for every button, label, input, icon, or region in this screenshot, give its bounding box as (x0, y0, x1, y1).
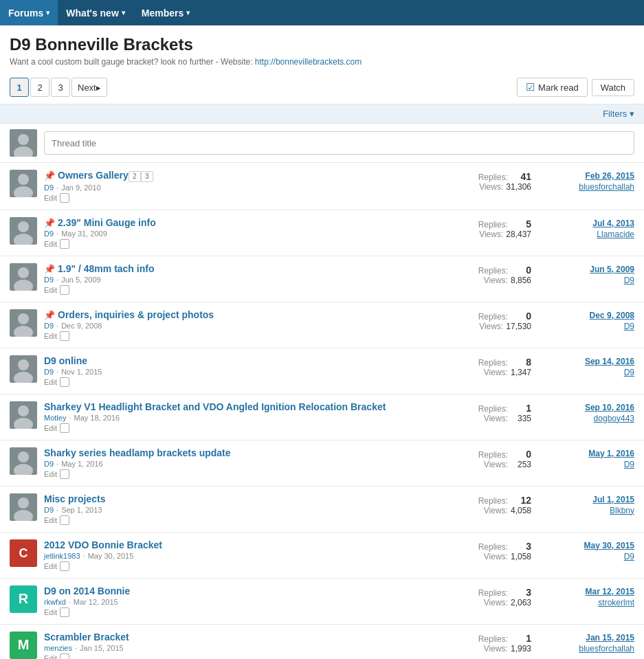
thread-author[interactable]: D9 (44, 322, 54, 330)
top-navigation: Forums ▾ What's new ▾ Members ▾ (0, 0, 644, 25)
nav-members[interactable]: Members ▾ (133, 0, 198, 25)
page-tag[interactable]: 2 (129, 171, 141, 182)
edit-label[interactable]: Edit (44, 608, 57, 616)
edit-checkbox[interactable] (60, 469, 69, 479)
thread-meta: jetlink1983·May 30, 2015 (44, 552, 442, 560)
thread-container: 📌Owners Gallery23D9·Jan 9, 2010Edit Repl… (0, 163, 644, 659)
edit-checkbox[interactable] (60, 515, 69, 525)
last-user[interactable]: D9 (624, 322, 634, 331)
edit-label[interactable]: Edit (44, 286, 57, 294)
edit-checkbox[interactable] (60, 654, 69, 660)
last-date[interactable]: Jul 4, 2013 (538, 219, 634, 228)
thread-title-link[interactable]: D9 on 2014 Bonnie (44, 585, 130, 596)
page-3-button[interactable]: 3 (51, 78, 70, 97)
edit-checkbox[interactable] (60, 377, 69, 387)
edit-checkbox[interactable] (60, 285, 69, 295)
thread-main: Misc projectsD9·Sep 1, 2013Edit (44, 493, 442, 525)
edit-checkbox[interactable] (60, 239, 69, 249)
thread-author[interactable]: Motley (44, 414, 66, 422)
last-date[interactable]: Feb 26, 2015 (538, 171, 634, 181)
last-date[interactable]: Sep 14, 2016 (538, 357, 634, 366)
last-user[interactable]: strokerlmt (598, 598, 634, 607)
thread-stats: Replies: 0 Views: 8,856 (449, 263, 531, 285)
last-user[interactable]: Llamacide (597, 230, 634, 239)
thread-title-link[interactable]: D9 online (44, 355, 87, 366)
edit-label[interactable]: Edit (44, 562, 57, 570)
page-1-button[interactable]: 1 (10, 78, 29, 97)
watch-button[interactable]: Watch (592, 79, 634, 96)
svg-point-25 (18, 498, 29, 509)
website-link[interactable]: http://bonnevillebrackets.com (255, 57, 362, 67)
new-thread-input[interactable] (44, 131, 634, 155)
thread-title-link[interactable]: Sharkey V1 Headlight Bracket and VDO Ang… (44, 401, 386, 412)
edit-checkbox[interactable] (60, 331, 69, 341)
last-user[interactable]: D9 (624, 460, 634, 469)
views-label: Views: (479, 322, 503, 331)
page-2-button[interactable]: 2 (30, 78, 49, 97)
thread-last-activity: Sep 14, 2016D9 (538, 355, 634, 377)
thread-author[interactable]: D9 (44, 368, 54, 376)
page-tag[interactable]: 3 (141, 171, 153, 182)
thread-author[interactable]: D9 (44, 460, 54, 468)
last-date[interactable]: Jan 15, 2015 (538, 633, 634, 643)
edit-label[interactable]: Edit (44, 194, 57, 202)
edit-label[interactable]: Edit (44, 654, 57, 660)
edit-label[interactable]: Edit (44, 516, 57, 524)
nav-forums-chevron: ▾ (46, 9, 49, 16)
last-user[interactable]: D9 (624, 368, 634, 377)
edit-area: Edit (44, 607, 442, 617)
thread-author[interactable]: rkwfxd (44, 598, 66, 606)
edit-label[interactable]: Edit (44, 378, 57, 386)
edit-checkbox[interactable] (60, 423, 69, 433)
mark-read-label: Mark read (538, 82, 579, 93)
mark-read-button[interactable]: ☑ Mark read (517, 78, 588, 97)
thread-title-link[interactable]: Scrambler Bracket (44, 632, 129, 643)
thread-title-link[interactable]: 1.9" / 48mm tach info (58, 263, 154, 274)
nav-forums[interactable]: Forums ▾ (0, 0, 58, 25)
thread-title-link[interactable]: Sharky series headlamp brackets update (44, 447, 231, 458)
thread-stats: Replies: 3 Views: 1,058 (449, 539, 531, 561)
edit-checkbox[interactable] (60, 561, 69, 571)
thread-author[interactable]: D9 (44, 506, 54, 514)
thread-title-link[interactable]: Misc projects (44, 493, 105, 504)
last-user[interactable]: dogboy443 (594, 414, 634, 423)
last-user[interactable]: Blkbny (610, 506, 634, 515)
edit-label[interactable]: Edit (44, 240, 57, 248)
last-date[interactable]: Sep 10, 2016 (538, 403, 634, 412)
last-date[interactable]: Jun 5, 2009 (538, 265, 634, 274)
thread-author[interactable]: D9 (44, 276, 54, 284)
last-user[interactable]: bluesforchallah (579, 644, 634, 654)
last-user[interactable]: D9 (624, 276, 634, 285)
thread-author[interactable]: D9 (44, 183, 54, 192)
last-date[interactable]: Mar 12, 2015 (538, 587, 634, 596)
edit-label[interactable]: Edit (44, 470, 57, 478)
edit-label[interactable]: Edit (44, 424, 57, 432)
thread-author[interactable]: D9 (44, 230, 54, 238)
thread-title-link[interactable]: 2012 VDO Bonnie Bracket (44, 539, 162, 550)
last-date[interactable]: May 30, 2015 (538, 541, 634, 550)
edit-area: Edit (44, 285, 442, 295)
filters-link[interactable]: Filters ▾ (603, 109, 634, 119)
thread-main: 📌2.39" Mini Gauge infoD9·May 31, 2009Edi… (44, 217, 442, 249)
thread-author[interactable]: menzies (44, 644, 72, 652)
last-date[interactable]: Jul 1, 2015 (538, 495, 634, 504)
edit-checkbox[interactable] (60, 193, 69, 203)
page-header: D9 Bonneville Brackets Want a cool custo… (0, 25, 644, 78)
thread-title-link[interactable]: Owners Gallery (58, 170, 129, 181)
thread-author[interactable]: jetlink1983 (44, 552, 80, 560)
last-date[interactable]: May 1, 2016 (538, 449, 634, 458)
last-date[interactable]: Dec 9, 2008 (538, 311, 634, 320)
thread-meta: Motley·May 18, 2016 (44, 414, 442, 422)
edit-label[interactable]: Edit (44, 332, 57, 340)
last-user[interactable]: bluesforchallah (579, 182, 634, 192)
last-user[interactable]: D9 (624, 552, 634, 561)
nav-whats-new[interactable]: What's new ▾ (58, 0, 133, 25)
next-page-button[interactable]: Next▸ (71, 78, 107, 97)
svg-point-10 (18, 267, 29, 278)
edit-checkbox[interactable] (60, 607, 69, 617)
pin-icon: 📌 (44, 264, 55, 274)
pagination-row: 1 2 3 Next▸ ☑ Mark read Watch (0, 78, 644, 104)
thread-title-link[interactable]: Orders, inquiries & project photos (58, 309, 214, 320)
thread-meta: rkwfxd·Mar 12, 2015 (44, 598, 442, 606)
thread-title-link[interactable]: 2.39" Mini Gauge info (58, 217, 156, 228)
